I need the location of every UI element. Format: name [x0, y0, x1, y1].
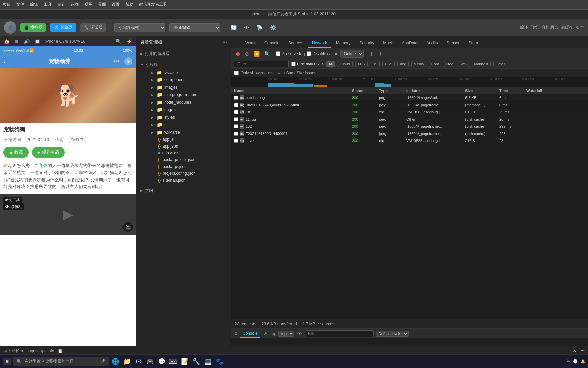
import-btn[interactable]: ⬆ [368, 50, 375, 57]
row-check-0[interactable] [234, 96, 238, 100]
disable-cache-label[interactable]: Disable cache [307, 51, 338, 56]
filter-manifest[interactable]: Manifest [472, 61, 491, 67]
record-btn[interactable]: ⏺ [234, 50, 242, 57]
taskbar-wechatdev[interactable]: 🐾 [215, 357, 224, 366]
device-search-icon[interactable]: 🔍 [116, 39, 121, 44]
file-pages[interactable]: ▶ 📁 pages [136, 106, 231, 113]
video-action-btn[interactable]: 🎬 [123, 222, 133, 232]
preserve-log-label[interactable]: Preserve log [276, 51, 305, 56]
taskbar-app1[interactable]: 💻 [203, 357, 213, 366]
refresh-icon[interactable]: 🔄 [229, 23, 239, 32]
file-sitemap[interactable]: {} sitemap.json [136, 177, 231, 184]
filter-doc[interactable]: Doc [444, 61, 456, 67]
network-filter-icon[interactable]: 🔽 [252, 50, 261, 57]
copy-path-icon[interactable]: 📋 [58, 349, 63, 353]
tab-sensor[interactable]: Sensor [443, 39, 464, 48]
taskbar-notification[interactable]: 🔔 [581, 359, 585, 364]
more-icon[interactable]: ⚙️ [268, 23, 278, 32]
taskbar-folder[interactable]: 📁 [122, 357, 132, 366]
simulator-btn[interactable]: 📱 模拟器 [20, 23, 46, 32]
menu-item-file[interactable]: 文件 [16, 2, 24, 7]
adopt-btn[interactable]: + 领养申请 [32, 147, 65, 158]
taskbar-code[interactable]: ⌨ [168, 357, 178, 366]
file-package-lock[interactable]: {} package-lock.json [136, 156, 231, 163]
menu-item-view[interactable]: 视图 [84, 2, 93, 7]
request-row-2[interactable]: xhr list 200 xhr VM10883 asdebug.j... 61… [231, 109, 588, 116]
tab-memory[interactable]: Memory [332, 39, 355, 48]
row-check-5[interactable] [234, 132, 238, 136]
console-settings-icon[interactable]: ⚙ [234, 331, 238, 336]
taskbar-wechat[interactable]: 💬 [157, 357, 166, 366]
row-check-2[interactable] [234, 110, 238, 114]
outline-header[interactable]: ▶ 大纲 [136, 186, 231, 195]
row-check-1[interactable] [234, 103, 238, 107]
file-images[interactable]: ▶ 📁 images [136, 83, 231, 91]
phone-more-btn[interactable]: ••• [114, 58, 119, 64]
devtools-inspect-icon[interactable]: ⬚ [234, 41, 241, 48]
request-row-3[interactable]: img 11.jpg 200 jpeg Other (disk cache) 2… [231, 116, 588, 123]
filter-all[interactable]: All [326, 61, 335, 67]
taskbar-mic-icon[interactable]: 🎤 [100, 359, 105, 364]
filter-js[interactable]: JS [371, 61, 380, 67]
file-package[interactable]: {} package.json [136, 163, 231, 170]
phone-camera-btn[interactable]: ⊙ [124, 57, 132, 65]
file-wxparse[interactable]: ▶ 📁 wxParse [136, 128, 231, 136]
tab-audits[interactable]: Audits [422, 39, 442, 48]
taskbar-ie[interactable]: 🌐 [111, 357, 120, 366]
device-forward-icon[interactable]: 🔊 [24, 39, 30, 44]
hide-data-urls-checkbox[interactable] [291, 62, 296, 66]
filter-ws[interactable]: WS [458, 61, 469, 67]
phone-back-btn[interactable]: ‹ [3, 58, 5, 65]
export-btn[interactable]: ⬇ [377, 50, 384, 57]
console-clear-btn[interactable]: ⊘ [262, 331, 268, 337]
file-project-config[interactable]: {} project.config.json [136, 170, 231, 177]
file-appjson[interactable]: {} app.json [136, 143, 231, 150]
taskbar-tool[interactable]: 🔧 [192, 357, 201, 366]
menu-item-goto[interactable]: 转到 [57, 2, 65, 7]
request-row-5[interactable]: img F2021481309014400001 200 jpeg :16504… [231, 130, 588, 137]
row-check-4[interactable] [234, 124, 238, 128]
compile-select[interactable]: 普通编译 [169, 23, 220, 32]
miniprogram-header[interactable]: ▼ 小程序 [136, 61, 231, 69]
menu-item-settings[interactable]: 设置 [112, 2, 120, 7]
console-context-select[interactable]: top [278, 331, 294, 337]
tab-network[interactable]: Network [308, 39, 331, 48]
file-node-modules[interactable]: ▶ 📁 node_modules [136, 98, 231, 106]
device-rotate-icon[interactable]: 🔲 [34, 39, 40, 44]
preserve-log-checkbox[interactable] [276, 51, 280, 56]
menu-item-select[interactable]: 选择 [71, 2, 79, 7]
taskbar-game[interactable]: 🎮 [145, 357, 155, 366]
taskbar-search[interactable]: 🔍 在这里输入你要搜索的内容 🎤 [13, 357, 109, 366]
menu-item-project[interactable]: 项目 [3, 2, 11, 7]
console-eye-icon[interactable]: 👁 [296, 330, 304, 337]
console-level-select[interactable]: Default levels [376, 331, 409, 337]
console-filter-input[interactable] [306, 330, 374, 337]
open-editors-header[interactable]: ▶ 打开的编辑器 [136, 49, 231, 58]
tab-console[interactable]: Console [260, 39, 283, 48]
filter-font[interactable]: Font [429, 61, 441, 67]
file-appjs[interactable]: {} app.js [136, 136, 231, 143]
file-header-more[interactable]: ••• [222, 40, 227, 45]
filter-other[interactable]: Other [493, 61, 508, 67]
search-btn[interactable]: 🔍 [263, 50, 272, 57]
tab-sources[interactable]: Sources [284, 39, 307, 48]
editor-btn[interactable]: </> 编辑器 [50, 23, 76, 32]
request-row-6[interactable]: xhr save 200 xhr VM10883 asdebug.j... 21… [231, 137, 588, 144]
filter-cloud[interactable]: Cloud [338, 61, 353, 67]
menu-item-interface[interactable]: 界面 [98, 2, 106, 7]
same-site-checkbox[interactable] [234, 71, 239, 75]
more-path-icon[interactable]: ••• [580, 349, 585, 353]
console-tab[interactable]: Console [240, 329, 260, 338]
collect-btn[interactable]: ★ 收藏 [3, 147, 29, 158]
file-component[interactable]: ▶ 📁 component [136, 76, 231, 83]
start-btn[interactable]: ⊞ [3, 358, 11, 365]
device-settings-icon[interactable]: ⚡ [126, 39, 132, 44]
request-row-0[interactable]: img publish.png 200 png :16504/images/pu… [231, 94, 588, 102]
filter-media[interactable]: Media [411, 61, 426, 67]
clear-btn[interactable]: ⊘ [244, 50, 250, 57]
filter-img[interactable]: Img [397, 61, 408, 67]
file-miniprogram-npm[interactable]: ▶ 📁 miniprogram_npm [136, 91, 231, 98]
debugger-btn[interactable]: 🔧 调试器 [80, 23, 106, 32]
mode-select[interactable]: 小程序模式 [114, 23, 165, 32]
menu-item-wechat[interactable]: 微信开发者工具 [139, 2, 167, 7]
